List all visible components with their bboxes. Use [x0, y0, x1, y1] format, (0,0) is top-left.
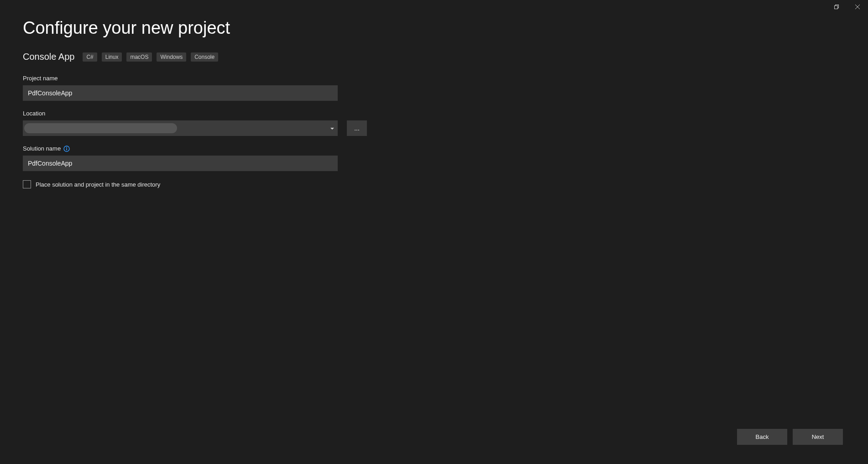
close-icon [855, 5, 860, 9]
location-label: Location [23, 110, 845, 117]
svg-point-7 [66, 147, 67, 148]
same-directory-label: Place solution and project in the same d… [36, 181, 160, 188]
project-name-label: Project name [23, 75, 845, 82]
template-tags: C# Linux macOS Windows Console [83, 52, 218, 62]
project-name-input[interactable] [23, 85, 338, 101]
template-header: Console App C# Linux macOS Windows Conso… [23, 52, 845, 62]
tag-macos: macOS [126, 52, 152, 62]
browse-button[interactable]: ... [347, 120, 367, 136]
solution-name-label: Solution name [23, 145, 845, 152]
back-button[interactable]: Back [737, 429, 787, 445]
solution-name-group: Solution name [23, 145, 845, 171]
info-icon[interactable] [63, 146, 70, 152]
restore-button[interactable] [826, 0, 847, 14]
tag-windows: Windows [157, 52, 186, 62]
svg-rect-1 [835, 6, 838, 9]
location-combo[interactable] [23, 120, 338, 136]
dialog-content: Configure your new project Console App C… [0, 0, 868, 188]
tag-console: Console [191, 52, 218, 62]
same-directory-row: Place solution and project in the same d… [23, 180, 845, 188]
next-button[interactable]: Next [793, 429, 843, 445]
page-title: Configure your new project [23, 18, 845, 38]
svg-rect-8 [66, 148, 67, 150]
restore-icon [834, 5, 839, 9]
solution-name-input[interactable] [23, 156, 338, 171]
template-name: Console App [23, 52, 74, 62]
window-controls [826, 0, 868, 14]
project-name-group: Project name [23, 75, 845, 101]
solution-name-label-text: Solution name [23, 145, 61, 152]
location-group: Location ... [23, 110, 845, 136]
dialog-footer: Back Next [737, 429, 843, 445]
tag-csharp: C# [83, 52, 97, 62]
location-input[interactable] [23, 120, 338, 136]
close-button[interactable] [847, 0, 868, 14]
tag-linux: Linux [102, 52, 122, 62]
same-directory-checkbox[interactable] [23, 180, 31, 188]
